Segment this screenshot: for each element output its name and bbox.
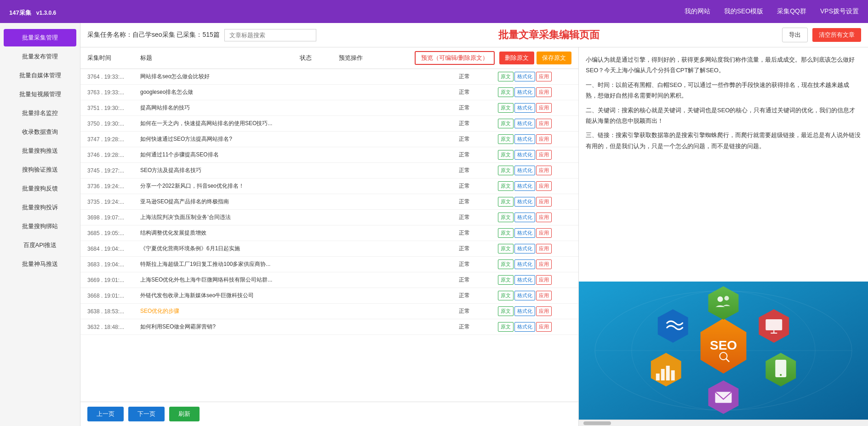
tag-yuan-button[interactable]: 原文 (498, 134, 514, 144)
row-status: 正常 (459, 276, 496, 284)
nav-mysite[interactable]: 我的网站 (685, 7, 710, 16)
tag-ying-button[interactable]: 应用 (536, 259, 552, 269)
nav-vps[interactable]: VPS拨号设置 (820, 7, 859, 16)
tag-ge-button[interactable]: 格式化 (514, 228, 535, 238)
tag-ying-button[interactable]: 应用 (536, 87, 552, 97)
tag-ge-button[interactable]: 格式化 (514, 259, 535, 269)
tag-ge-button[interactable]: 格式化 (514, 244, 535, 253)
tag-ge-button[interactable]: 格式化 (514, 150, 535, 160)
preview-content[interactable]: 小编认为就是通过引擎，得到好的，获得更多网站度我们称作流量，最后成成交。那么到底… (579, 47, 868, 282)
tag-yuan-button[interactable]: 原文 (498, 322, 514, 332)
sidebar-item-sougou-bind[interactable]: 批量搜狗绑站 (4, 218, 76, 235)
tag-ying-button[interactable]: 应用 (536, 103, 552, 113)
sidebar-item-sougou-push[interactable]: 批量搜狗推送 (4, 142, 76, 160)
tag-ying-button[interactable]: 应用 (536, 166, 552, 175)
row-title: SEO优化的步骤 (140, 307, 457, 315)
tag-ying-button[interactable]: 应用 (536, 119, 552, 128)
tag-yuan-button[interactable]: 原文 (498, 197, 514, 207)
row-time: 3763 . 19:33:... (87, 89, 138, 96)
tag-ying-button[interactable]: 应用 (536, 181, 552, 191)
tag-ying-button[interactable]: 应用 (536, 197, 552, 207)
tag-ying-button[interactable]: 应用 (536, 244, 552, 253)
row-time: 3683 . 19:04:... (87, 261, 138, 268)
sidebar-item-publish-manage[interactable]: 批量发布管理 (4, 48, 76, 65)
preview-image: SEO (579, 282, 868, 420)
row-status: 正常 (459, 307, 496, 315)
tag-ge-button[interactable]: 格式化 (514, 119, 535, 128)
delete-orig-button[interactable]: 删除原文 (499, 52, 534, 64)
tag-ying-button[interactable]: 应用 (536, 322, 552, 332)
tag-ge-button[interactable]: 格式化 (514, 87, 535, 97)
tag-ying-button[interactable]: 应用 (536, 306, 552, 316)
row-action: 原文 格式化 应用 (498, 119, 571, 128)
tag-yuan-button[interactable]: 原文 (498, 213, 514, 222)
sidebar-item-rank-monitor[interactable]: 批量排名监控 (4, 104, 76, 122)
scrollbar-thumb[interactable] (583, 421, 611, 425)
tag-yuan-button[interactable]: 原文 (498, 306, 514, 316)
sidebar-item-collect-manage[interactable]: 批量采集管理 (4, 29, 76, 46)
tag-ge-button[interactable]: 格式化 (514, 322, 535, 332)
row-action: 原文 格式化 应用 (498, 213, 571, 222)
tag-ying-button[interactable]: 应用 (536, 72, 552, 81)
tag-yuan-button[interactable]: 原文 (498, 291, 514, 300)
tag-ge-button[interactable]: 格式化 (514, 181, 535, 191)
search-input[interactable] (224, 29, 316, 41)
row-title: 网站排名seo怎么做会比较好 (140, 73, 457, 81)
preview-header-button[interactable]: 预览（可编辑/删除原文） (415, 51, 495, 65)
prev-page-button[interactable]: 上一页 (87, 407, 124, 421)
tag-ge-button[interactable]: 格式化 (514, 197, 535, 207)
tag-yuan-button[interactable]: 原文 (498, 150, 514, 160)
save-orig-button[interactable]: 保存原文 (537, 52, 571, 64)
refresh-button[interactable]: 刷新 (169, 407, 200, 421)
sidebar-item-baidu-api[interactable]: 百度API推送 (4, 236, 76, 254)
tag-yuan-button[interactable]: 原文 (498, 166, 514, 175)
clear-all-button[interactable]: 清空所有文章 (812, 28, 861, 42)
tag-yuan-button[interactable]: 原文 (498, 119, 514, 128)
tag-ge-button[interactable]: 格式化 (514, 72, 535, 81)
row-status: 正常 (459, 213, 496, 221)
tag-ying-button[interactable]: 应用 (536, 291, 552, 300)
preview-text-line: 小编认为就是通过引擎，得到好的，获得更多网站度我们称作流量，最后成成交。那么到底… (586, 54, 861, 76)
row-time: 3685 . 19:05:... (87, 230, 138, 236)
row-action: 原文 格式化 应用 (498, 87, 571, 97)
tag-ge-button[interactable]: 格式化 (514, 275, 535, 285)
tag-yuan-button[interactable]: 原文 (498, 103, 514, 113)
nav-seotemplate[interactable]: 我的SEO模版 (724, 7, 764, 16)
app-logo: 147采集 v1.3.0.6 (9, 6, 56, 17)
tag-ying-button[interactable]: 应用 (536, 275, 552, 285)
next-page-button[interactable]: 下一页 (128, 407, 165, 421)
header: 147采集 v1.3.0.6 我的网站 我的SEO模版 采集QQ群 VPS拨号设… (0, 0, 868, 23)
tag-yuan-button[interactable]: 原文 (498, 72, 514, 81)
tag-ge-button[interactable]: 格式化 (514, 291, 535, 300)
sidebar-item-video-manage[interactable]: 批量短视频管理 (4, 86, 76, 103)
tag-ge-button[interactable]: 格式化 (514, 103, 535, 113)
row-action: 原文 格式化 应用 (498, 103, 571, 113)
tag-yuan-button[interactable]: 原文 (498, 228, 514, 238)
tag-ge-button[interactable]: 格式化 (514, 213, 535, 222)
row-time: 3684 . 19:04:... (87, 246, 138, 252)
tag-ying-button[interactable]: 应用 (536, 213, 552, 222)
sidebar-item-sougou-complaint[interactable]: 批量搜狗投诉 (4, 199, 76, 216)
row-title: 亚马逊SEO提高产品排名的终极指南 (140, 198, 457, 206)
tag-ying-button[interactable]: 应用 (536, 134, 552, 144)
tag-yuan-button[interactable]: 原文 (498, 259, 514, 269)
tag-yuan-button[interactable]: 原文 (498, 87, 514, 97)
sidebar-item-shenma-push[interactable]: 批量神马推送 (4, 255, 76, 273)
export-button[interactable]: 导出 (782, 28, 808, 42)
tag-ying-button[interactable]: 应用 (536, 228, 552, 238)
tag-ying-button[interactable]: 应用 (536, 150, 552, 160)
row-action: 原文 格式化 应用 (498, 181, 571, 191)
nav-qq[interactable]: 采集QQ群 (777, 7, 806, 16)
tag-yuan-button[interactable]: 原文 (498, 181, 514, 191)
sidebar-item-sougou-verify[interactable]: 搜狗验证推送 (4, 161, 76, 178)
sidebar-item-record-query[interactable]: 收录数据查询 (4, 123, 76, 141)
tag-ge-button[interactable]: 格式化 (514, 134, 535, 144)
row-status: 正常 (459, 104, 496, 112)
tag-yuan-button[interactable]: 原文 (498, 275, 514, 285)
sidebar-item-media-manage[interactable]: 批量自媒体管理 (4, 67, 76, 84)
sidebar-item-sougou-feedback[interactable]: 批量搜狗反馈 (4, 180, 76, 197)
tag-ge-button[interactable]: 格式化 (514, 166, 535, 175)
tag-yuan-button[interactable]: 原文 (498, 244, 514, 253)
table-row: 3750 . 19:30:... 如何在一天之内，快速提高网站排名的使用SEO技… (80, 116, 578, 132)
tag-ge-button[interactable]: 格式化 (514, 306, 535, 316)
